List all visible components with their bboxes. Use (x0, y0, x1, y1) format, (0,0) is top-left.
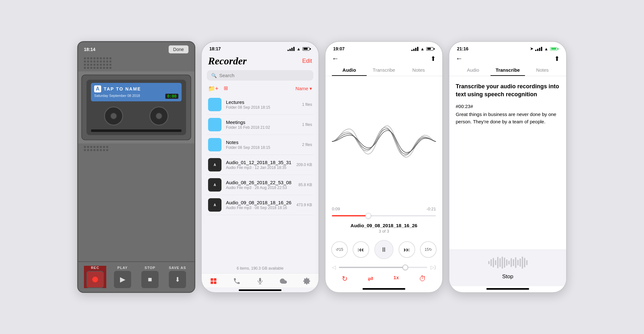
list-item[interactable]: Lectures Folder 08 Sep 2018 18:15 1 file… (207, 95, 313, 115)
list-item[interactable]: A Audio_08_26_2018_22_53_08 Audio File m… (207, 175, 313, 195)
tab-phone[interactable] (233, 277, 241, 285)
tab-files[interactable] (210, 277, 217, 285)
share-button[interactable]: ⬆ (431, 55, 436, 62)
waveform-display (326, 76, 442, 207)
fast-forward-button[interactable]: ⏭ (399, 241, 415, 258)
history-button[interactable]: ⏱ (419, 275, 426, 283)
svg-rect-2 (211, 281, 213, 284)
time-labels: 0:09 -0:21 (326, 207, 442, 211)
back-button[interactable]: ← (332, 54, 339, 63)
sort-icons: 📁+ ⊞ (208, 85, 228, 92)
grille-hole (94, 67, 95, 69)
wm-bar (517, 260, 519, 265)
back-button[interactable]: ← (456, 54, 463, 63)
p1-time: 18:14 (84, 47, 95, 52)
grille-hole (90, 149, 92, 151)
rewind-button[interactable]: ⏮ (353, 241, 369, 258)
progress-thumb[interactable] (365, 213, 371, 219)
play-button[interactable]: PLAY ▶ (111, 266, 134, 288)
grille-hole (97, 61, 99, 62)
sort-name-button[interactable]: Name ▾ (296, 86, 312, 91)
audio-icon-1: A (208, 158, 221, 171)
volume-thumb[interactable] (402, 265, 408, 270)
status-icons: ▲ (411, 47, 435, 51)
search-input[interactable] (219, 73, 309, 78)
stop-label: STOP (145, 266, 155, 270)
tab-audio[interactable]: Audio (332, 65, 367, 76)
save-as-icon[interactable]: ⬇ (169, 271, 186, 288)
done-button[interactable]: Done (168, 45, 189, 54)
grille-hole (84, 146, 86, 148)
share-button[interactable]: ⬆ (554, 55, 560, 62)
home-indicator (239, 289, 281, 291)
edit-button[interactable]: Edit (302, 58, 312, 64)
wm-bar (522, 257, 523, 269)
list-item[interactable]: A Audio_09_08_2018_18_16_26 Audio File m… (207, 195, 313, 215)
audio-2-info: Audio_08_26_2018_22_53_08 Audio File mp3… (226, 180, 294, 190)
tab-notes[interactable]: Notes (401, 65, 436, 76)
audio-1-info: Audio_01_12_2018_18_35_31 Audio File mp3… (226, 160, 292, 170)
grille-hole (103, 61, 105, 62)
bar-2 (413, 49, 415, 51)
tab-settings[interactable] (303, 277, 311, 285)
stop-icon[interactable]: ■ (141, 271, 159, 288)
grid-view-icon[interactable]: ⊞ (224, 85, 228, 92)
cassette-counter: 0:00 (165, 94, 178, 99)
folder-notes-info: Notes Folder 08 Sep 2018 18:15 (226, 140, 298, 150)
search-bar[interactable]: 🔍 (207, 70, 313, 81)
grille-hole (100, 149, 102, 151)
speed-button[interactable]: 1x (393, 275, 399, 283)
p2-header: Recorder Edit (202, 53, 318, 70)
tab-mic[interactable] (256, 277, 264, 285)
bar-4 (417, 47, 418, 51)
pause-button[interactable]: ⏸ (374, 240, 393, 259)
p4-tab-bar: Audio Transcribe Notes (449, 65, 566, 76)
tab-transcribe[interactable]: Transcribe (367, 65, 401, 76)
svg-rect-4 (259, 278, 261, 282)
wm-bar (524, 258, 525, 267)
bar-3 (291, 48, 293, 51)
wm-bar (515, 257, 516, 268)
cassette-label[interactable]: A TAP TO NAME Saturday September 08 2018… (91, 83, 182, 101)
wm-bar (497, 257, 498, 268)
shuffle-button[interactable]: ⇌ (368, 275, 373, 283)
wm-bar (502, 257, 503, 269)
cassette-tap-text: TAP TO NAME (104, 86, 141, 91)
progress-bar[interactable] (332, 215, 436, 216)
folder-lectures-name: Lectures (226, 99, 298, 105)
list-item[interactable]: Notes Folder 08 Sep 2018 18:15 2 files (207, 135, 313, 155)
skip-back-15-button[interactable]: ↺15 (331, 241, 348, 258)
tab-audio[interactable]: Audio (456, 65, 490, 76)
p1-status-bar: 18:14 Done (78, 42, 194, 55)
save-as-button[interactable]: SAVE AS ⬇ (166, 266, 189, 288)
transcript-timestamp: #00:23# (456, 104, 560, 109)
progress-fill (332, 215, 368, 216)
stop-button[interactable]: STOP ■ (139, 266, 161, 288)
grille-hole (94, 146, 95, 148)
cassette-side: A (94, 85, 101, 92)
folder-icon-lectures (208, 98, 221, 111)
new-folder-icon[interactable]: 📁+ (208, 85, 219, 92)
grille-hole (106, 146, 108, 148)
tab-cloud[interactable] (280, 277, 287, 285)
repeat-button[interactable]: ↻ (342, 275, 348, 283)
wm-bar (499, 258, 501, 267)
wm-bar (508, 261, 510, 265)
grille-hole (109, 64, 111, 66)
play-icon[interactable]: ▶ (114, 271, 131, 288)
stop-transcribe-button[interactable]: Stop (502, 273, 513, 280)
list-item[interactable]: Meetings Folder 16 Feb 2018 21:02 1 file… (207, 115, 313, 135)
skip-forward-15-button[interactable]: 15↻ (420, 241, 437, 258)
tab-notes[interactable]: Notes (525, 65, 560, 76)
folder-icon-meetings (208, 118, 221, 131)
rec-label: REC (91, 266, 99, 270)
cassette-shell: A TAP TO NAME Saturday September 08 2018… (86, 80, 186, 135)
reel-inner (110, 113, 117, 120)
rec-icon[interactable] (86, 271, 104, 288)
p3-nav: ← ⬆ (326, 53, 442, 65)
tab-transcribe[interactable]: Transcribe (490, 65, 525, 76)
list-item[interactable]: A Audio_01_12_2018_18_35_31 Audio File m… (207, 155, 313, 175)
volume-slider[interactable] (339, 267, 427, 268)
location-icon: ➤ (530, 47, 533, 51)
rec-button[interactable]: REC (84, 266, 106, 288)
